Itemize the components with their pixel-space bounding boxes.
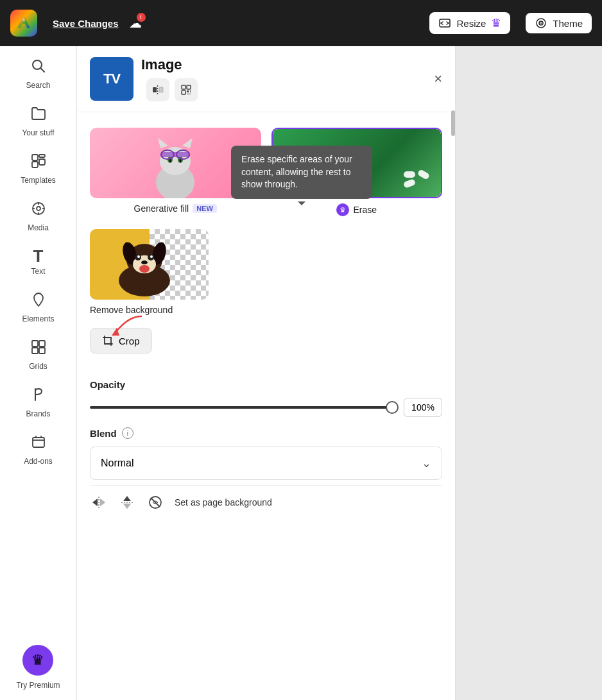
opacity-slider[interactable] [90,406,396,409]
svg-marker-28 [182,138,193,148]
svg-rect-19 [182,85,185,89]
sidebar-item-templates[interactable]: Templates [0,146,76,191]
svg-rect-12 [32,341,38,346]
sidebar-item-text[interactable]: T Text [0,241,76,282]
svg-rect-22 [187,90,189,92]
svg-rect-24 [187,94,191,94]
svg-rect-17 [153,87,157,92]
premium-crown-resize: ♛ [491,16,501,30]
theme-icon [535,17,547,30]
panel-action-icons [146,78,198,101]
svg-rect-18 [159,87,163,92]
svg-rect-8 [39,159,45,165]
media-icon [30,200,47,221]
sidebar: Search Your stuff Templates [0,46,77,700]
sidebar-item-label: Brands [26,409,50,418]
text-icon: T [33,248,44,264]
svg-rect-7 [39,155,45,157]
opacity-value[interactable]: 100% [404,398,442,417]
tooltip: Erase specific areas of your content, al… [231,146,372,199]
opacity-label: Opacity [90,379,442,390]
flip-vertical-icon[interactable] [118,493,136,511]
topbar: Save Changes ☁ ! Resize ♛ Theme [0,0,602,46]
blend-info-icon[interactable]: i [122,427,133,439]
sidebar-item-label: Add-ons [24,457,53,466]
cat-svg [146,134,204,198]
svg-point-11 [37,207,40,210]
tool-remove-background[interactable]: Remove background [90,229,442,315]
chevron-down-icon: ⌄ [422,456,431,470]
dog-svg [103,229,186,300]
sidebar-item-media[interactable]: Media [0,194,76,239]
svg-rect-6 [32,155,38,160]
sidebar-item-grids[interactable]: Grids [0,332,76,377]
svg-rect-14 [32,348,38,354]
close-button[interactable]: × [434,71,442,87]
svg-point-55 [141,260,148,264]
flip-icon-btn[interactable] [146,78,169,101]
sidebar-item-try-premium[interactable]: ♛ Try Premium [11,637,65,695]
topbar-right: Resize ♛ Theme [429,12,592,34]
blend-label-row: Blend i [90,427,442,439]
elements-icon [30,291,47,312]
crop-section: Crop [90,323,442,364]
sidebar-item-label: Elements [22,314,54,323]
blend-select[interactable]: Normal ⌄ [90,447,442,480]
resize-label: Resize [456,18,486,29]
addons-icon [30,434,47,454]
sidebar-item-addons[interactable]: Add-ons [0,427,76,472]
svg-rect-13 [39,341,45,346]
bottom-icons-row: Set as page background [90,485,442,516]
panel-content: Erase specific areas of your content, al… [77,112,455,700]
svg-point-53 [137,255,140,258]
opacity-thumb[interactable] [386,401,399,414]
blend-value: Normal [101,457,134,469]
blend-label: Blend [90,428,117,439]
sidebar-item-label: Search [26,81,50,90]
sidebar-item-search[interactable]: Search [0,51,76,96]
resize-button[interactable]: Resize ♛ [429,12,510,34]
opacity-section: Opacity 100% [90,379,442,417]
sidebar-item-elements[interactable]: Elements [0,285,76,330]
remove-bg-section: Remove background Crop [90,229,442,364]
no-fill-icon[interactable] [146,493,164,511]
qr-icon-btn[interactable] [175,78,198,101]
flip-icon [152,84,164,96]
erase-premium-badge: ♛ [336,203,349,216]
svg-rect-16 [33,438,44,447]
main-layout: Search Your stuff Templates [0,46,602,700]
logo[interactable] [10,10,37,37]
try-premium-label: Try Premium [16,681,60,690]
svg-rect-21 [182,90,185,94]
search-icon [30,58,47,78]
tool-label: ♛ Erase [336,203,377,216]
svg-rect-15 [39,348,45,354]
sidebar-item-brands[interactable]: Brands [0,380,76,425]
premium-icon: ♛ [22,645,53,676]
templates-icon [30,153,47,173]
set-as-background-label[interactable]: Set as page background [175,497,272,508]
remove-bg-image [90,229,209,300]
folder-icon [30,105,47,126]
opacity-row: 100% [90,398,442,417]
resize-icon [438,17,451,30]
flip-horizontal-icon[interactable] [90,493,108,511]
blend-section: Blend i Normal ⌄ [90,427,442,480]
image-panel: TV Image [77,46,456,700]
brands-icon [30,386,47,407]
canvas-area [456,46,602,700]
save-changes-button[interactable]: Save Changes [53,18,119,29]
panel-header: TV Image [77,46,455,112]
sidebar-item-label: Media [28,223,49,232]
svg-point-56 [139,265,150,273]
blend-select-wrap: Normal ⌄ [90,447,442,480]
panel-header-content: Image [141,56,198,101]
red-arrow [90,303,154,342]
new-badge: NEW [193,204,217,213]
grids-icon [30,339,47,359]
tool-label: Generative fill NEW [134,203,217,214]
sidebar-item-your-stuff[interactable]: Your stuff [0,99,76,144]
svg-point-4 [540,22,542,24]
theme-button[interactable]: Theme [526,13,592,33]
theme-label: Theme [553,18,583,29]
